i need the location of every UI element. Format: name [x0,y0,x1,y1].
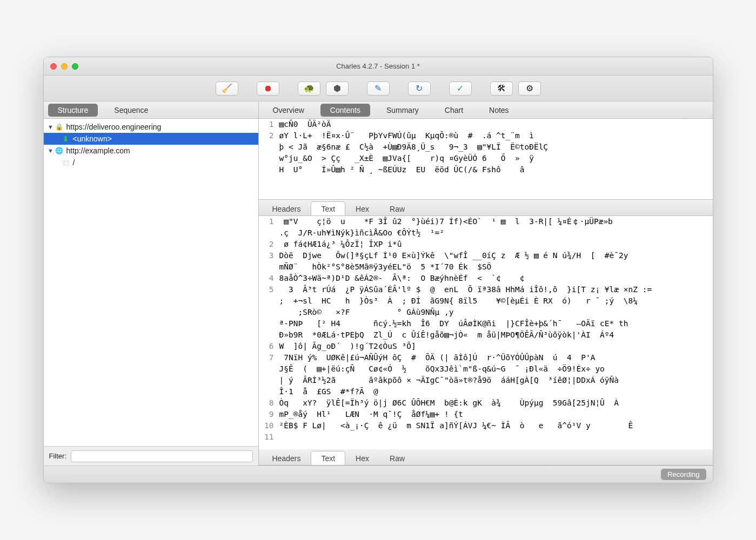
globe-icon [55,146,64,155]
validate-button[interactable]: ✓ [449,82,472,96]
main-body: StructureSequence ▼https://deliveroo.eng… [44,102,713,465]
tree-label: / [73,158,75,167]
close-icon[interactable] [50,63,57,70]
page-icon [61,158,71,167]
line-number [259,307,279,318]
line-number: 9 [259,409,279,420]
throttle-icon: 🐢 [304,83,315,93]
settings-icon: ⚙ [526,83,533,93]
filter-bar: Filter: [44,446,258,465]
tree-host[interactable]: ▼http://example.com [44,145,258,157]
app-window: Charles 4.2.7 - Session 1 * 🧹⏺🐢⬢✎↻✓🛠⚙ St… [43,57,713,483]
brush-button[interactable]: 🧹 [216,82,238,96]
tab-overview[interactable]: Overview [263,104,314,117]
tree-host[interactable]: ▼https://deliveroo.engineering [44,121,258,133]
line-content: Ð»b9R *0ÆLá·tPEþQ Zl_Ú c ÛíÊ!gåõ▤¬jÒ« m … [279,329,614,341]
line-content: øY l·L+ !Ë¤x·Û¨ PþYvFWÚ(ûµ KµqÕ:®ù # .á … [279,130,534,141]
right-tabs: OverviewContentsSummaryChartNotes [259,102,713,119]
line-content: ª-PNÞ [² H4 ñcý.½=kh Î6 DY úÂøÌK@ñi |}CF… [279,318,628,329]
minimize-icon[interactable] [61,63,68,70]
request-subtabs: HeadersTextHexRaw [259,200,713,216]
code-line: 2øY l·L+ !Ë¤x·Û¨ PþYvFWÚ(ûµ KµqÕ:®ù # .á… [259,130,713,141]
filter-input[interactable] [71,450,253,462]
line-content: Î·1 å £GS #*f?Ã @ [279,386,378,397]
code-line: ;SRò© ×?F ° GÀù9NÑµ ,y [259,307,713,318]
line-number: 2 [259,239,279,250]
disclosure-icon[interactable]: ▼ [47,124,55,130]
line-number [259,153,279,164]
zoom-icon[interactable] [72,63,78,70]
code-line: 9mP_®åý Hl¹ LÆN ·M q¯!Ç åØf¼▤+ ! {t [259,409,713,420]
window-title: Charles 4.2.7 - Session 1 * [44,62,713,70]
line-content: Òq xY? ÿlÊ[=Ïh³ý ö|j Ø6C ÛÕH€M b@È:k gK … [279,397,619,409]
tab-raw[interactable]: Raw [379,451,415,465]
toolbar: 🧹⏺🐢⬢✎↻✓🛠⚙ [44,76,713,102]
code-line: Î·1 å £GS #*f?Ã @ [259,386,713,397]
code-line: 48aåÒ^3÷Wä~ª)D¹D &êÁ2®- Ā\ª: O BæýhnèÉf … [259,273,713,284]
record-button[interactable]: ⏺ [257,82,279,96]
line-number: 8 [259,397,279,409]
line-number: 7 [259,352,279,363]
repeat-icon: ↻ [416,83,423,93]
tree-item[interactable]: / [44,157,258,168]
right-panel: OverviewContentsSummaryChartNotes 1▤cÑ0 … [259,102,713,465]
request-text[interactable]: 1▤cÑ0 ÛÄ²òÄ2øY l·L+ !Ë¤x·Û¨ PþYvFWÚ(ûµ K… [259,119,713,199]
tab-summary[interactable]: Summary [377,104,429,117]
code-line: | ý ÃRÌ³½2ã âºâkpõô × ¬ÄIgC¯"òä»t®?å9ö á… [259,375,713,386]
tab-sequence[interactable]: Sequence [104,104,158,117]
code-line: 2 ø fá¢HÆ1á¿³ ¼ÔzÏ¦ ÎXP i*û [259,239,713,250]
lock-icon [55,123,64,131]
brush-icon: 🧹 [222,83,232,93]
line-number: 2 [259,130,279,141]
tab-hex[interactable]: Hex [345,201,379,215]
validate-icon: ✓ [457,83,464,93]
code-line: 6W ]ô| Ãg_oĐ´ )!g´T2¢ÒuS ³Õ] [259,341,713,352]
throttle-button[interactable]: 🐢 [298,82,320,96]
titlebar: Charles 4.2.7 - Session 1 * [44,57,713,76]
tab-contents[interactable]: Contents [320,104,370,117]
line-number [259,363,279,375]
line-content: 3 Â³t rÚá ¿P ÿÁSûa´ÉÂ'lº $ @ enL Õ ïª38â… [279,284,652,295]
line-content: 8aåÒ^3÷Wä~ª)D¹D &êÁ2®- Ā\ª: O BæýhnèÉf <… [279,273,525,284]
repeat-button[interactable]: ↻ [408,82,431,96]
recording-status: Recording [661,469,706,480]
code-line: 10²ÈB$ F Lø| <à_¡·Ç ê ¿ü m SN1Ï a]ñÝ[ÁVJ… [259,420,713,431]
tab-text[interactable]: Text [311,451,345,465]
tab-chart[interactable]: Chart [435,104,473,117]
line-number [259,318,279,329]
response-text[interactable]: 1 ▤"V ç¦ö u *F 3Î û2 °}ùéi)7 Íf)<ÉO` ¹ ▤… [259,216,713,449]
tab-raw[interactable]: Raw [379,201,415,215]
tree-label: https://deliveroo.engineering [66,123,162,131]
tree-item[interactable]: <unknown> [44,133,258,145]
code-line: 1▤cÑ0 ÛÄ²òÄ [259,119,713,130]
line-number: 1 [259,119,279,130]
tab-notes[interactable]: Notes [479,104,519,117]
tab-headers[interactable]: Headers [262,451,311,465]
code-line: ª-PNÞ [² H4 ñcý.½=kh Î6 DY úÂøÌK@ñi |}CF… [259,318,713,329]
line-number [259,375,279,386]
tab-text[interactable]: Text [311,201,345,215]
line-content: ;SRò© ×?F ° GÀù9NÑµ ,y [279,307,454,318]
line-number [259,227,279,239]
tab-headers[interactable]: Headers [262,201,311,215]
compose-button[interactable]: ✎ [367,82,390,96]
line-content: .ç J/R-uh¥ìNýk}ìñcìÅ&Oo €ÔÝt½ ¹=² [279,227,445,239]
disclosure-icon[interactable]: ▼ [47,147,55,154]
line-content: þ < Jã æ§6næ £ C½à +Ù▤Ð9Ä8¸Ü_s 9¬_3 ▤"¥L… [279,141,548,153]
line-number [259,261,279,273]
code-line: 7 7NïH ý% UØKê|£ú¬AÑÛýH ôÇ # ÕÄ (| äÌô]Ú… [259,352,713,363]
code-line: H U° Í»Û▤h ² Ñ ¸ ~ßEÚUz EU ëöd ÜC(/& Fsh… [259,164,713,176]
compose-icon: ✎ [374,83,382,93]
line-content: ; +¬sl HC h }Òs³ À ; ÐÍ ãG9N{ 8ïl5 ¥©[èµ… [279,295,638,307]
tab-hex[interactable]: Hex [345,451,379,465]
line-content: | ý ÃRÌ³½2ã âºâkpõô × ¬ÄIgC¯"òä»t®?å9ö á… [279,375,619,386]
line-number [259,329,279,341]
structure-tree: ▼https://deliveroo.engineering<unknown>▼… [44,119,258,446]
tools-button[interactable]: 🛠 [490,82,513,96]
line-number: 3 [259,250,279,261]
tab-structure[interactable]: Structure [48,104,98,117]
settings-button[interactable]: ⚙ [518,82,541,96]
line-content: W ]ô| Ãg_oĐ´ )!g´T2¢ÒuS ³Õ] [279,341,416,352]
line-content: ²ÈB$ F Lø| <à_¡·Ç ê ¿ü m SN1Ï a]ñÝ[ÁVJ ¼… [279,420,633,431]
breakpoints-button[interactable]: ⬢ [326,82,349,96]
